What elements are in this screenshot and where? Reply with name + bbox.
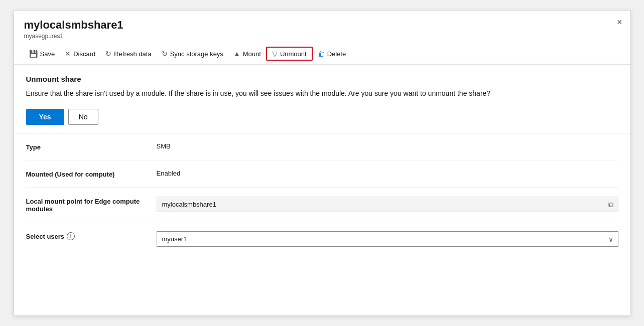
save-button[interactable]: 💾 Save <box>24 47 60 61</box>
mount-point-input[interactable] <box>157 197 618 212</box>
unmount-icon: ▽ <box>272 50 278 58</box>
save-icon: 💾 <box>29 50 38 58</box>
dialog-text: Ensure that the share isn't used by a mo… <box>26 88 578 99</box>
unmount-button[interactable]: ▽ Unmount <box>266 47 313 61</box>
discard-icon: ✕ <box>65 50 71 58</box>
field-row-mounted: Mounted (Used for compute) Enabled <box>26 160 618 188</box>
yes-button[interactable]: Yes <box>26 109 64 125</box>
panel-title: mylocalsmbshare1 <box>24 19 620 32</box>
field-label-mount-point: Local mount point for Edge compute modul… <box>26 197 157 213</box>
unmount-label: Unmount <box>280 50 307 58</box>
confirmation-area: Unmount share Ensure that the share isn'… <box>14 65 630 133</box>
field-row-type: Type SMB <box>26 133 618 160</box>
delete-icon: 🗑 <box>318 50 325 58</box>
users-select-wrap: myuser1 ∨ <box>157 231 618 247</box>
field-row-mount-point: Local mount point for Edge compute modul… <box>26 188 618 222</box>
field-label-users: Select users i <box>26 231 157 240</box>
refresh-button[interactable]: ↻ Refresh data <box>100 47 156 61</box>
discard-label: Discard <box>73 50 95 58</box>
users-select[interactable]: myuser1 <box>157 231 618 247</box>
field-label-type: Type <box>26 142 157 151</box>
field-value-type: SMB <box>157 142 618 150</box>
main-panel: mylocalsmbshare1 myasegpures1 × 💾 Save ✕… <box>14 10 631 316</box>
discard-button[interactable]: ✕ Discard <box>60 47 100 61</box>
dialog-actions: Yes No <box>26 109 618 125</box>
close-button[interactable]: × <box>617 18 622 27</box>
fields-area: Type SMB Mounted (Used for compute) Enab… <box>14 133 630 256</box>
panel-header: mylocalsmbshare1 myasegpures1 <box>14 11 630 44</box>
no-button[interactable]: No <box>68 109 98 125</box>
info-icon: i <box>67 232 75 240</box>
delete-label: Delete <box>327 50 346 58</box>
mount-point-input-wrap: ⧉ <box>157 197 618 212</box>
mount-button[interactable]: ▲ Mount <box>228 47 266 61</box>
mount-label: Mount <box>243 50 261 58</box>
mount-icon: ▲ <box>233 50 240 58</box>
toolbar: 💾 Save ✕ Discard ↻ Refresh data ↻ Sync s… <box>14 44 630 65</box>
copy-icon[interactable]: ⧉ <box>608 200 613 209</box>
sync-button[interactable]: ↻ Sync storage keys <box>157 47 228 61</box>
save-label: Save <box>40 50 55 58</box>
panel-subtitle: myasegpures1 <box>24 33 620 40</box>
refresh-label: Refresh data <box>114 50 151 58</box>
dialog-title: Unmount share <box>26 75 618 83</box>
field-label-mounted: Mounted (Used for compute) <box>26 170 157 178</box>
delete-button[interactable]: 🗑 Delete <box>313 47 351 61</box>
field-row-users: Select users i myuser1 ∨ <box>26 222 618 256</box>
field-value-mounted: Enabled <box>157 170 618 177</box>
sync-label: Sync storage keys <box>170 50 223 58</box>
sync-icon: ↻ <box>162 50 168 58</box>
refresh-icon: ↻ <box>105 50 111 58</box>
